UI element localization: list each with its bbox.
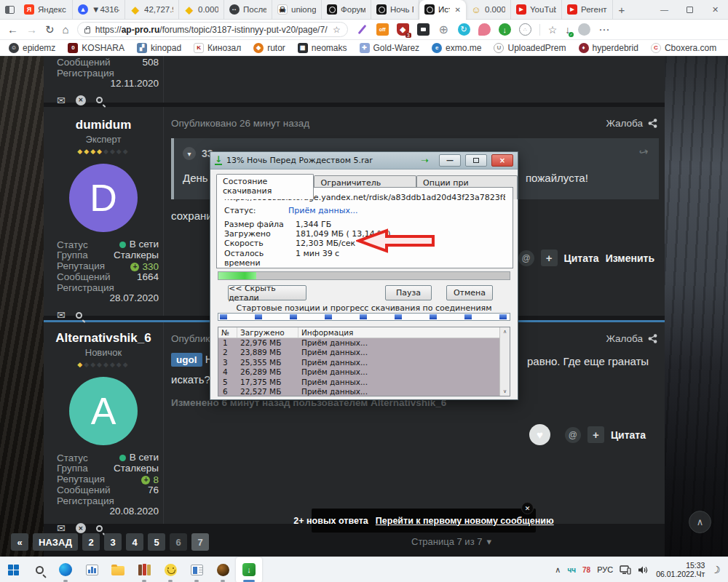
tray-badge-red[interactable]: 78	[582, 566, 590, 574]
notification-close-button[interactable]: ✕	[521, 502, 534, 514]
ignore-icon[interactable]: ✕	[76, 523, 86, 533]
dialog-minimize-button[interactable]: —	[439, 154, 461, 167]
window-minimize-button[interactable]: —	[652, 0, 677, 20]
table-row[interactable]: 122,976 МБПриём данных...	[218, 338, 510, 348]
tab-noch[interactable]: Ночь Пе	[371, 0, 419, 20]
quote-collapse-icon[interactable]: ▾	[183, 147, 196, 160]
tab-yandex[interactable]: ЯЯндекс	[19, 0, 73, 20]
pause-button[interactable]: Пауза	[385, 285, 432, 300]
address-bar[interactable]: https://ap-pro.ru/forums/topic/3187-isti…	[77, 22, 348, 37]
ignore-icon[interactable]: ✕	[76, 95, 86, 105]
cookie-extension-icon[interactable]: ∴	[519, 23, 531, 36]
mention-button[interactable]: @	[565, 427, 581, 443]
reload-button[interactable]: ↻	[45, 24, 55, 35]
page-indicator[interactable]: Страница 7 из 7▾	[411, 536, 491, 547]
shield-extension-icon[interactable]: ◆3	[397, 23, 409, 36]
mention-button[interactable]: @	[518, 250, 534, 266]
add-favorite-icon[interactable]: ☆	[333, 25, 341, 35]
drop-basket-icon[interactable]: ➝	[421, 155, 429, 166]
back-button[interactable]: ←	[7, 24, 18, 35]
sync-extension-icon[interactable]: ↻	[458, 23, 470, 36]
taskbar-search-button[interactable]	[26, 557, 52, 582]
language-indicator[interactable]: РУС	[597, 565, 613, 574]
table-scrollbar[interactable]: ∧∨	[499, 327, 510, 396]
pagination-page-5[interactable]: 5	[148, 533, 165, 551]
pagination-first-button[interactable]: «	[11, 533, 28, 551]
find-posts-icon[interactable]	[96, 525, 103, 532]
tab-crypto-4[interactable]: ☺0.000002	[466, 0, 511, 20]
clock[interactable]: 15:3306.01.2022.Чт	[656, 561, 705, 578]
tab-search-button[interactable]	[0, 0, 19, 20]
bookmark-exmo[interactable]: eexmo.me	[432, 43, 481, 53]
pagination-page-3[interactable]: 3	[104, 533, 122, 551]
pagination-back-button[interactable]: НАЗАД	[33, 533, 78, 551]
taskbar-explorer-button[interactable]	[105, 557, 131, 582]
share-icon[interactable]	[648, 334, 657, 343]
like-button[interactable]: ♥	[529, 424, 550, 445]
taskbar-smiley-app-button[interactable]	[157, 557, 183, 582]
window-maximize-button[interactable]	[677, 0, 703, 20]
adblock-off-extension-icon[interactable]: off	[376, 23, 389, 36]
tab-crypto-2[interactable]: ◆42,727.9	[125, 0, 179, 20]
tab-youtube[interactable]: ▶YouTube	[511, 0, 562, 20]
tab-crypto-1[interactable]: ▲▼43164	[73, 0, 125, 20]
tray-badge-teal[interactable]: чч	[567, 566, 576, 574]
pagination-page-6[interactable]: 6	[170, 533, 187, 551]
taskbar-winrar-button[interactable]	[131, 557, 157, 582]
edit-button[interactable]: Изменить	[606, 252, 654, 264]
avatar[interactable]: A	[69, 377, 138, 445]
dialog-close-button[interactable]: ×	[491, 154, 513, 167]
tab-regent[interactable]: ▶Регент И	[562, 0, 613, 20]
taskbar-task-manager-button[interactable]	[79, 557, 105, 582]
scroll-up-icon[interactable]: ∧	[503, 327, 507, 336]
quote-button[interactable]: Цитата	[611, 429, 646, 441]
tab-active-ist[interactable]: Ист.✕	[419, 0, 466, 20]
tab-posledn[interactable]: ••Последн	[224, 0, 272, 20]
bookmark-kinopad[interactable]: ▞kinopad	[137, 43, 181, 53]
bird-extension-icon[interactable]	[478, 23, 491, 36]
window-close-button[interactable]: ✕	[703, 0, 728, 20]
message-icon[interactable]: ✉	[57, 309, 66, 321]
tab-uniongang[interactable]: ☠unionga	[272, 0, 322, 20]
downloads-icon[interactable]: ↓✓	[565, 24, 570, 36]
forward-button[interactable]: →	[26, 24, 37, 35]
author-name[interactable]: Alternativshik_6	[44, 331, 163, 346]
author-name[interactable]: dumidum	[44, 118, 163, 132]
hide-details-button[interactable]: << Скрыть детали	[228, 285, 306, 300]
dialog-maximize-button[interactable]	[465, 154, 487, 167]
pagination-page-7-current[interactable]: 7	[191, 533, 209, 551]
browser-menu-button[interactable]: ⋯	[598, 24, 609, 35]
start-button[interactable]	[0, 557, 26, 582]
multiquote-button[interactable]: +	[587, 426, 604, 443]
night-mode-moon-icon[interactable]: ☽	[711, 563, 722, 577]
report-link[interactable]: Жалоба	[606, 333, 657, 344]
url-text[interactable]: https://ap-pro.ru/forums/topic/3187-isti…	[95, 25, 328, 35]
taskbar-notes-app-button[interactable]	[183, 557, 210, 582]
scroll-down-icon[interactable]: ∨	[503, 387, 507, 396]
bookmark-goldwarez[interactable]: ✚Gold-Warez	[360, 43, 420, 53]
volume-icon[interactable]	[638, 565, 649, 575]
idm-extension-icon[interactable]: ↓	[499, 23, 511, 36]
quote-reply-arrow-icon[interactable]: ↪	[638, 145, 650, 160]
go-to-first-new-message-link[interactable]: Перейти к первому новому сообщению	[376, 516, 554, 526]
tab-download-state[interactable]: Состояние скачивания	[216, 174, 314, 199]
bookmark-epidemz[interactable]: ☺epidemz	[9, 43, 55, 53]
scroll-to-top-button[interactable]: ∧	[689, 511, 711, 533]
table-row[interactable]: 426,289 МБПриём данных...	[218, 367, 510, 377]
multiquote-button[interactable]: +	[541, 250, 558, 266]
favorites-list-icon[interactable]: ☆	[548, 24, 558, 36]
quote-button[interactable]: Цитата	[564, 252, 599, 264]
bookmark-cboxera[interactable]: CCboxera.com	[651, 43, 716, 53]
taskbar-game-app-button[interactable]	[210, 557, 236, 582]
find-posts-icon[interactable]	[76, 312, 82, 319]
table-row[interactable]: 325,355 МБПриём данных...	[218, 358, 510, 367]
report-link[interactable]: Жалоба	[606, 118, 657, 129]
col-downloaded[interactable]: Загружено	[237, 327, 298, 338]
globe-extension-icon[interactable]: ⊕	[438, 23, 450, 36]
pagination-page-4[interactable]: 4	[126, 533, 143, 551]
network-icon[interactable]	[620, 565, 631, 575]
col-information[interactable]: Информация	[298, 327, 510, 338]
bookmark-kinozal[interactable]: KКинозал	[194, 43, 241, 53]
tab-close-icon[interactable]: ✕	[455, 6, 461, 14]
taskbar-idm-button[interactable]: ↓	[236, 557, 262, 582]
